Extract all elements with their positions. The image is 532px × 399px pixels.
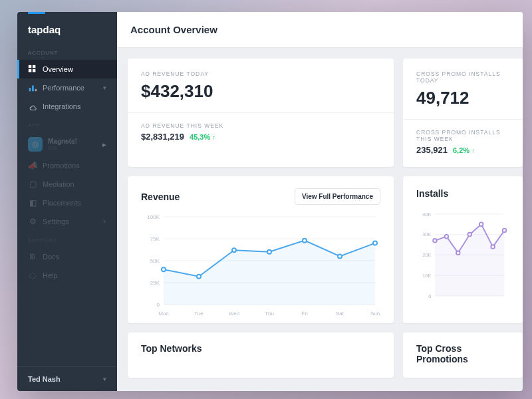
arrow-up-icon: ↑ — [212, 134, 215, 141]
stat-card-revenue: AD REVENUE TODAY $432,310 AD REVENUE THI… — [128, 59, 394, 167]
sidebar-item-placements[interactable]: ◧ Placements — [17, 194, 117, 212]
svg-text:Wed: Wed — [229, 311, 239, 317]
card-title: Top Cross Promotions — [416, 343, 509, 364]
svg-rect-5 — [32, 86, 34, 92]
svg-point-47 — [503, 229, 507, 233]
svg-point-19 — [232, 248, 236, 252]
stat-delta: 45,3% ↑ — [190, 133, 215, 141]
chart-card-revenue: Revenue View Full Performance 025K50K75K… — [128, 176, 394, 323]
stat-sub-value: 235,921 — [416, 145, 448, 155]
app-name: Magnets! — [48, 138, 77, 145]
sidebar-item-label: Mediation — [43, 180, 74, 188]
svg-point-22 — [338, 254, 342, 258]
chevron-down-icon: ▾ — [103, 218, 106, 225]
placement-icon: ◧ — [28, 198, 37, 207]
svg-text:50K: 50K — [150, 258, 160, 264]
chart-card-installs: Installs 010K20K30K40K — [403, 176, 523, 323]
app-icon: ◎ — [28, 137, 43, 152]
svg-text:0: 0 — [157, 302, 160, 308]
svg-text:Fri: Fri — [301, 311, 308, 317]
user-name: Ted Nash — [28, 375, 61, 383]
stat-delta: 6,2% ↑ — [453, 146, 475, 154]
svg-point-46 — [491, 245, 495, 249]
installs-chart: 010K20K30K40K — [416, 205, 509, 312]
svg-text:30K: 30K — [422, 231, 431, 237]
sidebar-item-label: Docs — [43, 253, 59, 261]
sidebar-item-label: Integrations — [43, 102, 80, 110]
svg-rect-1 — [33, 65, 35, 68]
svg-point-45 — [479, 222, 483, 226]
svg-rect-4 — [29, 88, 31, 91]
bars-icon — [28, 83, 37, 92]
svg-text:20K: 20K — [422, 252, 431, 258]
svg-rect-0 — [29, 65, 31, 68]
stat-label: AD REVENUE TODAY — [141, 70, 380, 77]
svg-point-44 — [467, 233, 471, 237]
sidebar-item-label: Settings — [43, 217, 69, 225]
sidebar-item-label: Help — [43, 271, 58, 279]
svg-text:75K: 75K — [150, 236, 160, 242]
main: Account Overview AD REVENUE TODAY $432,3… — [117, 12, 523, 391]
grid-icon — [28, 65, 37, 74]
section-label-account: ACCOUNT — [17, 50, 117, 60]
svg-point-18 — [197, 275, 201, 279]
chart-title: Revenue — [141, 192, 180, 202]
content: AD REVENUE TODAY $432,310 AD REVENUE THI… — [117, 48, 523, 391]
sidebar-item-label: Promotions — [43, 162, 80, 170]
sidebar-app-selector[interactable]: ◎ Magnets! iOS ▸ — [17, 132, 117, 156]
sidebar-item-label: Placements — [43, 199, 80, 207]
cloud-icon — [28, 102, 37, 111]
sidebar-item-mediation[interactable]: ▢ Mediation — [17, 175, 117, 194]
stat-sub-value: $2,831,219 — [141, 132, 184, 142]
gear-icon: ⚙ — [28, 217, 37, 226]
svg-point-23 — [373, 241, 377, 245]
sidebar-item-promotions[interactable]: 📣 Promotions — [17, 156, 117, 175]
window-icon: ▢ — [28, 180, 37, 189]
sidebar-item-performance[interactable]: Performance ▾ — [17, 78, 117, 97]
svg-point-21 — [303, 239, 307, 243]
sidebar-item-overview[interactable]: Overview — [17, 60, 117, 78]
svg-point-42 — [445, 235, 449, 239]
svg-text:Tue: Tue — [194, 311, 203, 317]
svg-rect-6 — [35, 89, 37, 92]
stat-value: $432,310 — [141, 81, 380, 102]
svg-text:10K: 10K — [422, 273, 431, 279]
svg-point-43 — [456, 251, 460, 255]
stat-label: AD REVENUE THIS WEEK — [141, 122, 380, 129]
svg-text:100K: 100K — [147, 214, 160, 220]
topbar: Account Overview — [117, 12, 523, 48]
sidebar-item-docs[interactable]: 🗎 Docs — [17, 247, 117, 266]
app-platform: iOS — [48, 145, 77, 151]
card-top-cross-promotions: Top Cross Promotions — [403, 332, 523, 378]
sidebar-item-settings[interactable]: ⚙ Settings ▾ — [17, 212, 117, 231]
view-full-performance-button[interactable]: View Full Performance — [295, 188, 380, 205]
stat-label: CROSS PROMO INSTALLS THIS WEEK — [416, 129, 509, 142]
stat-value: 49,712 — [416, 88, 509, 108]
sidebar-item-label: Overview — [43, 65, 73, 73]
svg-rect-2 — [29, 69, 31, 72]
svg-text:Sun: Sun — [370, 311, 380, 317]
chevron-right-icon: ▸ — [102, 140, 106, 149]
sidebar-item-help[interactable]: ◌ Help — [17, 266, 117, 285]
svg-point-17 — [162, 267, 166, 271]
svg-point-20 — [267, 250, 271, 254]
chart-title: Installs — [416, 188, 448, 199]
sidebar-item-label: Performance — [43, 84, 84, 92]
megaphone-icon: 📣 — [28, 161, 37, 170]
file-icon: 🗎 — [28, 252, 37, 261]
stats-row: AD REVENUE TODAY $432,310 AD REVENUE THI… — [128, 59, 523, 167]
svg-text:25K: 25K — [150, 280, 160, 286]
chevron-down-icon: ▾ — [103, 376, 106, 382]
section-label-app: APP — [17, 122, 117, 132]
svg-text:40K: 40K — [422, 211, 431, 217]
help-icon: ◌ — [28, 271, 37, 280]
brand-logo: tapdaq — [17, 12, 117, 50]
svg-text:Sat: Sat — [336, 311, 344, 317]
arrow-up-icon: ↑ — [471, 147, 475, 154]
svg-text:Mon: Mon — [158, 311, 169, 317]
svg-point-41 — [433, 239, 437, 243]
user-menu[interactable]: Ted Nash ▾ — [17, 366, 117, 391]
svg-text:Thu: Thu — [265, 311, 274, 317]
svg-text:0: 0 — [428, 293, 431, 299]
sidebar-item-integrations[interactable]: Integrations — [17, 97, 117, 116]
